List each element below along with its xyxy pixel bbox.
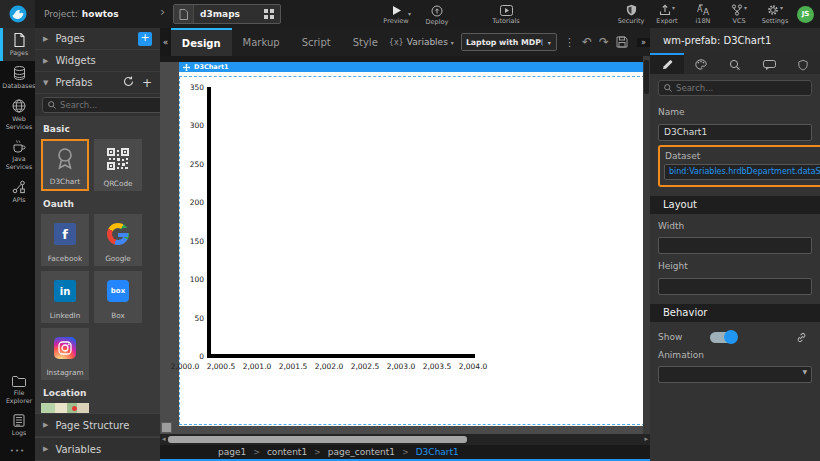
caret-right-icon: ▶ (43, 421, 48, 429)
animation-select[interactable] (658, 366, 812, 383)
prefab-search-row (35, 94, 160, 116)
breadcrumb-content1[interactable]: content1 (267, 447, 307, 457)
section-page-structure[interactable]: ▶ Page Structure (35, 413, 160, 437)
redo-icon[interactable]: ↷ (599, 35, 609, 49)
vcs-caret-icon: ▾ (744, 4, 747, 11)
prefab-card-box[interactable]: box Box (94, 271, 142, 323)
prefab-card-label: Facebook (48, 254, 82, 266)
prefab-list: Basic D3Chart (35, 116, 160, 413)
prefab-card-linkedin[interactable]: in LinkedIn (41, 271, 89, 323)
chart-x-axis (207, 354, 475, 358)
apis-icon (12, 180, 26, 194)
tab-design[interactable]: Design (171, 28, 232, 56)
show-toggle[interactable] (710, 332, 736, 343)
tab-markup[interactable]: Markup (232, 28, 291, 56)
prefab-card-google[interactable]: Google (94, 214, 142, 266)
rail-item-pages[interactable]: Pages (0, 28, 35, 61)
wavemaker-logo[interactable] (0, 0, 35, 28)
breadcrumb-separator: > (314, 448, 321, 457)
page-selector[interactable]: d3maps (173, 4, 281, 24)
vertical-scrollbar-thumb[interactable] (644, 60, 649, 94)
properties-panel-title: wm-prefab: D3Chart1 (650, 28, 820, 53)
scroll-right-icon[interactable]: ▸ (644, 435, 648, 443)
left-panel: ▶ Pages + ▶ Widgets ▼ Prefabs + (35, 28, 160, 461)
rail-item-logs[interactable]: Logs (0, 409, 35, 441)
tab-security[interactable] (786, 53, 820, 74)
tab-properties[interactable] (650, 53, 684, 74)
rail-item-databases[interactable]: Databases (0, 61, 35, 94)
section-widgets[interactable]: ▶ Widgets (35, 50, 160, 72)
section-pages[interactable]: ▶ Pages + (35, 28, 160, 50)
tab-messages[interactable] (752, 53, 786, 74)
rail-more-button[interactable]: ••• (0, 441, 35, 461)
preview-caret-icon[interactable]: ▾ (408, 10, 411, 17)
breadcrumb-page-content1[interactable]: page_content1 (328, 447, 395, 457)
i18n-button[interactable]: A A i18N (685, 2, 721, 26)
vcs-button[interactable]: ▾ VCS (721, 2, 757, 26)
security-button[interactable]: Security (613, 2, 649, 26)
tab-styles[interactable] (684, 53, 718, 74)
horizontal-scrollbar-thumb[interactable] (168, 436, 467, 443)
breadcrumb-d3chart1[interactable]: D3Chart1 (416, 447, 459, 457)
prefab-card-d3chart[interactable]: D3Chart (41, 139, 89, 191)
rail-item-java-services[interactable]: Java Services (0, 134, 35, 175)
expand-right-panel-button[interactable]: » (637, 38, 650, 47)
widget-selection-tag[interactable]: D3Chart1 (179, 62, 646, 72)
prefab-card-label: Instagram (46, 368, 83, 380)
section-variables[interactable]: ▶ Variables (35, 437, 160, 461)
properties-search[interactable] (658, 80, 812, 96)
scroll-left-icon[interactable]: ◂ (162, 435, 166, 443)
prefab-card-instagram[interactable]: Instagram (41, 328, 89, 380)
settings-button[interactable]: ▾ Settings (757, 2, 793, 26)
kebab-menu-icon[interactable]: ⋮ (564, 36, 575, 49)
height-field[interactable] (658, 278, 812, 295)
deploy-button[interactable]: Deploy (419, 3, 455, 27)
user-avatar[interactable]: JS (797, 6, 814, 23)
name-field[interactable] (658, 124, 812, 141)
prefab-card-map[interactable] (41, 403, 89, 413)
width-field[interactable] (658, 237, 812, 254)
show-bind-link-icon[interactable] (792, 332, 810, 343)
canvas-vertical-scrollbar[interactable] (643, 56, 650, 434)
prefab-search[interactable] (42, 97, 172, 113)
add-prefab-icon[interactable]: + (142, 77, 152, 89)
tab-script[interactable]: Script (291, 28, 342, 56)
rail-item-file-explorer[interactable]: File Explorer (0, 370, 35, 409)
topbar-right-cluster: Security ▾ Export A A i18N (613, 0, 818, 28)
device-selector[interactable]: Laptop with MDPI Screen ▾ (461, 33, 557, 51)
group-title-oauth: Oauth (35, 191, 160, 214)
properties-panel: wm-prefab: D3Chart1 (650, 28, 820, 461)
dataset-field[interactable]: bind:Variables.hrdbDepartment.dataSe × (664, 164, 820, 180)
caret-down-icon: ▼ (43, 79, 48, 87)
prefab-card-qrcode[interactable]: QRCode (94, 139, 142, 191)
section-prefabs[interactable]: ▼ Prefabs + (35, 72, 160, 94)
breadcrumb-page1[interactable]: page1 (218, 447, 246, 457)
refresh-icon[interactable] (123, 76, 134, 89)
qrcode-icon (107, 139, 129, 179)
rail-item-web-services[interactable]: Web Services (0, 94, 35, 135)
widget-selection-border (179, 76, 645, 425)
rail-item-apis[interactable]: APIs (0, 175, 35, 208)
tutorials-button[interactable]: Tutorials (488, 3, 524, 27)
artboard[interactable]: D3Chart1 350 300 250 200 150 100 50 0 2,… (179, 62, 646, 426)
tab-inspect[interactable] (718, 53, 752, 74)
ribbon-icon (55, 141, 75, 177)
i18n-icon: A A (697, 4, 710, 16)
collapse-left-panel-button[interactable]: « (160, 28, 171, 56)
prefab-search-input[interactable] (60, 100, 166, 110)
section-widgets-label: Widgets (55, 55, 95, 66)
export-button[interactable]: ▾ Export (649, 2, 685, 26)
save-icon[interactable] (616, 36, 628, 48)
section-pages-label: Pages (55, 33, 84, 44)
undo-icon[interactable]: ↶ (582, 35, 592, 49)
add-page-button[interactable]: + (138, 32, 152, 46)
grid-icon[interactable] (258, 9, 280, 19)
tab-style[interactable]: Style (342, 28, 389, 56)
prefab-card-facebook[interactable]: f Facebook (41, 214, 89, 266)
design-canvas[interactable]: D3Chart1 350 300 250 200 150 100 50 0 2,… (160, 56, 650, 434)
chevron-right-icon: › (160, 4, 165, 19)
properties-search-input[interactable] (676, 83, 806, 93)
canvas-horizontal-scrollbar[interactable]: ◂ ▸ (160, 434, 650, 445)
variables-dropdown[interactable]: {x} Variables ▾ (389, 37, 454, 47)
canvas-corner-handle[interactable] (161, 422, 172, 433)
